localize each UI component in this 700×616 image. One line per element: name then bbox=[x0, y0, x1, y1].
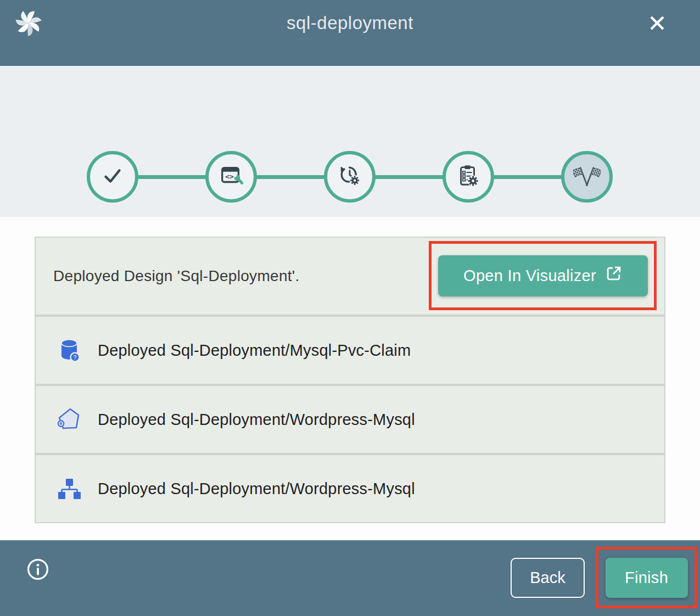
step-circle bbox=[87, 151, 138, 203]
pod-pentagon-icon bbox=[56, 406, 82, 433]
modal-footer: Back Finish bbox=[0, 540, 700, 616]
modal-header: sql-deployment bbox=[0, 0, 700, 66]
step-circle bbox=[324, 151, 376, 203]
step-circle: <> bbox=[205, 151, 257, 203]
result-row-pod: Deployed Sql-Deployment/Wordpress-Mysql bbox=[36, 386, 664, 453]
back-button[interactable]: Back bbox=[511, 558, 585, 598]
results-list: Deployed Design 'Sql-Deployment'. Open I… bbox=[35, 237, 665, 523]
external-link-icon bbox=[605, 265, 622, 286]
info-icon[interactable] bbox=[26, 558, 49, 581]
modal-title: sql-deployment bbox=[0, 13, 700, 33]
open-in-visualizer-button[interactable]: Open In Visualizer bbox=[438, 255, 648, 296]
step-circle-active bbox=[561, 151, 613, 203]
summary-message: Deployed Design 'Sql-Deployment'. bbox=[53, 267, 300, 285]
result-text: Deployed Sql-Deployment/Wordpress-Mysql bbox=[98, 480, 415, 498]
deployment-wizard-modal: sql-deployment Validate Design bbox=[0, 0, 700, 616]
stepper: Validate Design <> bbox=[0, 66, 700, 217]
open-in-visualizer-label: Open In Visualizer bbox=[463, 267, 596, 285]
check-icon bbox=[100, 163, 125, 191]
result-text: Deployed Sql-Deployment/Wordpress-Mysql bbox=[98, 411, 415, 429]
svg-text:?: ? bbox=[74, 354, 77, 361]
summary-row: Deployed Design 'Sql-Deployment'. Open I… bbox=[36, 238, 664, 315]
checkered-flags-icon bbox=[573, 162, 601, 192]
code-environment-icon: <> bbox=[219, 163, 244, 191]
finish-button[interactable]: Finish bbox=[606, 558, 688, 598]
service-hierarchy-icon bbox=[56, 475, 82, 502]
svg-text:<>: <> bbox=[225, 172, 234, 181]
result-row-pvc: ? Deployed Sql-Deployment/Mysql-Pvc-Clai… bbox=[36, 317, 664, 384]
result-row-service: Deployed Sql-Deployment/Wordpress-Mysql bbox=[36, 455, 664, 522]
result-text: Deployed Sql-Deployment/Mysql-Pvc-Claim bbox=[98, 341, 411, 360]
close-icon[interactable] bbox=[647, 13, 668, 33]
clipboard-checklist-gear-icon bbox=[456, 163, 481, 191]
highlight-box-finish: Finish bbox=[596, 547, 697, 608]
step-circle bbox=[443, 151, 494, 203]
results-section: Deployed Design 'Sql-Deployment'. Open I… bbox=[0, 217, 700, 540]
database-icon: ? bbox=[56, 337, 82, 363]
highlight-box-visualizer: Open In Visualizer bbox=[429, 241, 657, 310]
dry-run-history-gear-icon bbox=[337, 163, 362, 191]
